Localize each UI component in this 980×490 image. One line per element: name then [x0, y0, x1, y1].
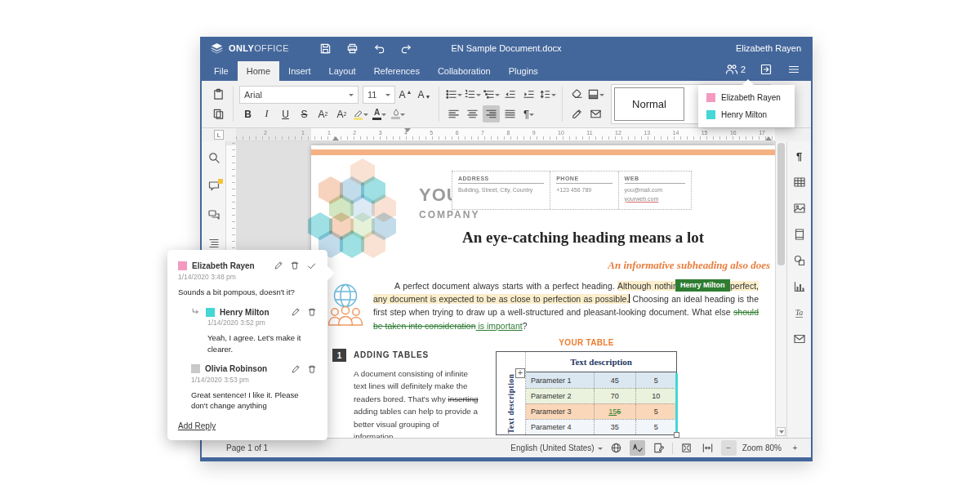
user-list-item: Elizabeth Rayen: [698, 89, 795, 106]
tab-insert[interactable]: Insert: [279, 61, 320, 81]
tab-file[interactable]: File: [205, 61, 238, 81]
chevron-down-icon: [457, 94, 462, 99]
multilevel-list-button[interactable]: [483, 86, 500, 103]
edit-comment-button[interactable]: [291, 364, 301, 374]
table-column-header: Text description: [526, 352, 676, 372]
section-paragraph[interactable]: A document consisting of infinite text l…: [354, 368, 479, 438]
first-line-indent-marker[interactable]: [404, 128, 411, 136]
active-users-button[interactable]: 2: [725, 63, 746, 76]
tab-layout[interactable]: Layout: [320, 61, 365, 81]
copy-style-button[interactable]: [568, 105, 586, 122]
headerfooter-settings-button[interactable]: [791, 226, 808, 243]
superscript-button[interactable]: A2: [314, 105, 332, 122]
copy-button[interactable]: [210, 105, 227, 122]
mailmerge-button[interactable]: [587, 105, 604, 122]
align-justify-button[interactable]: [501, 105, 519, 122]
delete-comment-button[interactable]: [307, 364, 317, 374]
menu-icon[interactable]: [786, 62, 801, 77]
align-center-button[interactable]: [464, 105, 481, 122]
user-color-swatch: [706, 110, 715, 119]
tab-stop-selector[interactable]: L: [214, 130, 224, 140]
web-url: yourweb.com: [625, 196, 659, 202]
tab-plugins[interactable]: Plugins: [500, 61, 547, 81]
image-settings-button[interactable]: [791, 200, 808, 216]
table-resize-handle[interactable]: [674, 432, 679, 438]
increase-indent-button[interactable]: [520, 86, 537, 103]
left-indent-marker[interactable]: [332, 133, 339, 140]
nonprinting-characters-button[interactable]: ¶: [520, 105, 537, 122]
document-table[interactable]: + Text description Text description Para…: [496, 351, 677, 435]
font-size-select[interactable]: 11: [363, 86, 395, 104]
vertical-scrollbar-thumb[interactable]: [777, 143, 785, 265]
tab-collaboration[interactable]: Collaboration: [429, 61, 500, 81]
print-button[interactable]: [345, 41, 359, 56]
zoom-level[interactable]: Zoom 80%: [742, 443, 782, 452]
track-changes-toggle[interactable]: [651, 440, 666, 456]
highlight-color-button[interactable]: [352, 105, 369, 122]
bullets-button[interactable]: [445, 86, 462, 103]
paragraph-settings-button[interactable]: ¶: [791, 148, 808, 164]
shading-color-button[interactable]: [390, 105, 407, 122]
fit-page-button[interactable]: [679, 440, 694, 456]
decrease-font-button[interactable]: A▼: [416, 86, 433, 103]
horizontal-ruler[interactable]: 2 1 1 2 3 4 5 6 7 8 9 10 11 12 13 14 15 …: [236, 128, 775, 141]
right-indent-marker[interactable]: [765, 133, 772, 140]
tab-bar: File Home Insert Layout References Colla…: [202, 60, 811, 81]
fit-width-button[interactable]: [700, 440, 715, 456]
table-settings-button[interactable]: [791, 174, 808, 190]
document-page[interactable]: YOUR COMPANY ADDRESS Building, Street, C…: [311, 145, 775, 438]
chevron-down-icon: [363, 114, 368, 118]
table-move-handle[interactable]: +: [515, 368, 525, 378]
delete-comment-button[interactable]: [290, 261, 300, 271]
numbering-button[interactable]: [464, 86, 481, 103]
align-right-button[interactable]: [483, 105, 500, 122]
zoom-in-button[interactable]: +: [787, 440, 803, 456]
vertical-scrollbar[interactable]: [775, 141, 786, 438]
edit-comment-button[interactable]: [274, 261, 283, 271]
edit-comment-button[interactable]: [291, 307, 301, 317]
zoom-out-button[interactable]: −: [721, 440, 737, 456]
decrease-indent-button[interactable]: [501, 86, 519, 103]
resolve-comment-button[interactable]: [306, 261, 317, 271]
color-scheme-button[interactable]: [587, 86, 604, 103]
font-color-button[interactable]: A: [371, 105, 388, 122]
line-spacing-button[interactable]: [539, 86, 556, 103]
shape-settings-button[interactable]: [791, 252, 808, 269]
search-button[interactable]: [206, 149, 222, 166]
bold-button[interactable]: B: [239, 105, 256, 122]
save-copy-button[interactable]: [759, 62, 773, 77]
navigation-panel-button[interactable]: [206, 235, 222, 252]
comment-text: Sounds a bit pompous, doesn't it?: [178, 287, 317, 297]
spellcheck-toggle[interactable]: [630, 440, 645, 456]
scroll-down-button[interactable]: [777, 427, 786, 436]
style-normal[interactable]: Normal: [614, 87, 684, 121]
increase-font-button[interactable]: A▲: [397, 86, 414, 103]
page-indicator[interactable]: Page 1 of 1: [210, 443, 268, 452]
spellcheck-language-icon[interactable]: [608, 440, 624, 456]
mailmerge-settings-button[interactable]: [791, 331, 808, 347]
underline-button[interactable]: U: [277, 105, 294, 122]
chart-settings-button[interactable]: [791, 278, 808, 295]
subscript-button[interactable]: A2: [333, 105, 350, 122]
clear-style-button[interactable]: [568, 86, 586, 103]
tab-home[interactable]: Home: [238, 61, 279, 81]
add-reply-link[interactable]: Add Reply: [178, 421, 216, 430]
chevron-down-icon: [529, 114, 534, 118]
italic-button[interactable]: I: [258, 105, 275, 122]
table-title: YOUR TABLE: [496, 338, 677, 347]
textart-settings-button[interactable]: Ta: [791, 305, 808, 321]
font-name-select[interactable]: Arial: [239, 86, 359, 104]
align-left-button[interactable]: [445, 105, 462, 122]
paste-button[interactable]: [210, 86, 227, 103]
delete-comment-button[interactable]: [307, 307, 317, 317]
address-value: Building, Street, City, Country: [458, 186, 544, 195]
comments-panel-button[interactable]: [206, 178, 222, 194]
redo-button[interactable]: [399, 41, 413, 56]
language-selector[interactable]: English (United States): [510, 443, 602, 452]
chat-panel-button[interactable]: [206, 207, 222, 223]
save-button[interactable]: [318, 41, 332, 56]
tab-references[interactable]: References: [365, 61, 429, 81]
undo-button[interactable]: [372, 41, 386, 56]
strikethrough-button[interactable]: S: [296, 105, 313, 122]
author-color-swatch: [206, 308, 215, 317]
